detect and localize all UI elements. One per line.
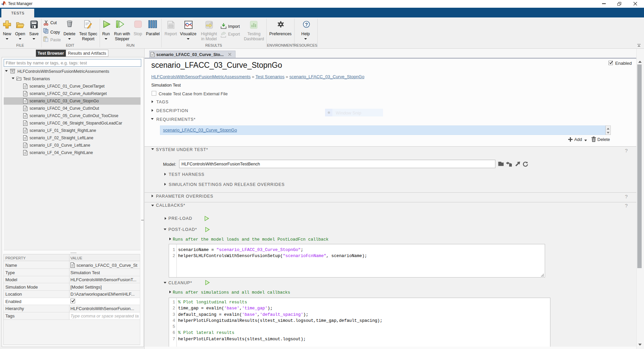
svg-text:?: ? [305,22,308,27]
